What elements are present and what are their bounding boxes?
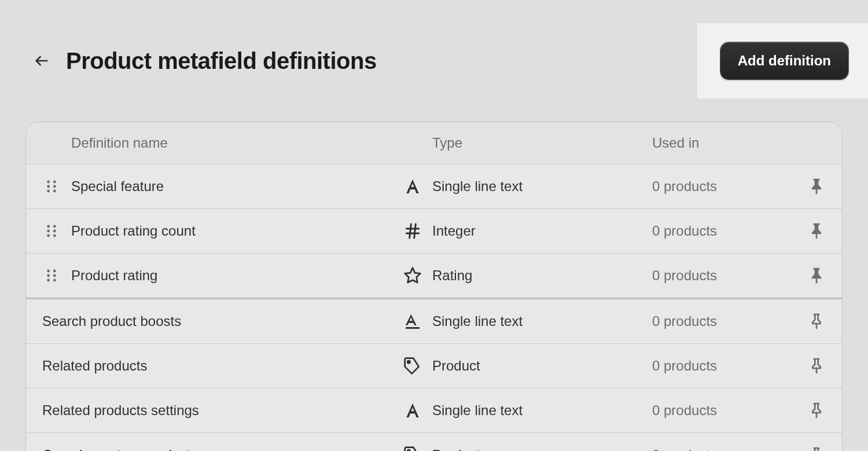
column-header-type: Type — [432, 135, 652, 151]
table-header-row: Definition name Type Used in — [26, 122, 842, 164]
pin-outline-icon[interactable] — [791, 312, 826, 331]
svg-point-26 — [407, 361, 410, 363]
definition-type: Single line text — [432, 313, 652, 329]
definition-name: Complementary products — [42, 447, 393, 451]
used-in-count: 0 products — [652, 223, 791, 239]
used-in-count: 0 products — [652, 178, 791, 195]
column-header-used-in: Used in — [652, 135, 791, 151]
letter-a-line-icon — [393, 312, 432, 331]
add-definition-button[interactable]: Add definition — [720, 42, 848, 79]
used-in-count: 0 products — [652, 447, 791, 451]
definition-type: Single line text — [432, 402, 652, 419]
svg-point-21 — [47, 279, 50, 282]
definition-name: Related products — [42, 358, 393, 374]
svg-point-2 — [53, 181, 56, 184]
pin-filled-icon[interactable] — [791, 177, 826, 196]
svg-point-10 — [53, 230, 56, 233]
star-icon — [393, 266, 432, 285]
drag-handle-icon[interactable] — [42, 177, 71, 196]
pin-outline-icon[interactable] — [791, 446, 826, 451]
definition-type: Integer — [432, 223, 652, 239]
svg-point-3 — [47, 185, 50, 188]
pin-outline-icon[interactable] — [791, 401, 826, 420]
svg-point-6 — [53, 190, 56, 193]
svg-point-11 — [47, 234, 50, 237]
used-in-count: 0 products — [652, 313, 791, 329]
tag-icon — [393, 357, 432, 375]
definition-name: Search product boosts — [42, 313, 393, 329]
svg-point-20 — [53, 274, 56, 277]
svg-point-7 — [47, 225, 50, 228]
svg-marker-23 — [405, 268, 421, 283]
svg-point-17 — [47, 270, 50, 273]
svg-point-18 — [53, 270, 56, 273]
letter-a-icon — [393, 401, 432, 420]
definition-type: Product — [432, 358, 652, 374]
svg-point-9 — [47, 230, 50, 233]
drag-handle-icon[interactable] — [42, 222, 71, 240]
svg-point-8 — [53, 225, 56, 228]
page-title: Product metafield definitions — [66, 48, 377, 74]
svg-point-19 — [47, 274, 50, 277]
definition-type: Product — [432, 447, 652, 451]
column-header-name: Definition name — [71, 135, 393, 151]
pin-filled-icon[interactable] — [791, 266, 826, 285]
definition-name: Product rating — [71, 267, 393, 284]
hash-icon — [393, 222, 432, 240]
svg-point-22 — [53, 279, 56, 282]
svg-line-15 — [410, 224, 411, 238]
used-in-count: 0 products — [652, 402, 791, 419]
table-row[interactable]: Related products settings Single line te… — [26, 388, 842, 433]
svg-point-4 — [53, 185, 56, 188]
action-bar: Add definition — [697, 23, 868, 98]
table-row[interactable]: Search product boosts Single line text0 … — [26, 299, 842, 344]
svg-point-5 — [47, 190, 50, 193]
used-in-count: 0 products — [652, 267, 791, 284]
table-row[interactable]: Product rating count Integer0 products — [26, 209, 842, 254]
tag-icon — [393, 446, 432, 451]
definitions-table: Definition name Type Used in Special fea… — [25, 122, 843, 451]
pin-outline-icon[interactable] — [791, 357, 826, 375]
svg-point-1 — [47, 181, 50, 184]
table-row[interactable]: Special feature Single line text0 produc… — [26, 164, 842, 209]
table-row[interactable]: Complementary products Product0 products — [26, 433, 842, 451]
drag-handle-icon[interactable] — [42, 266, 71, 285]
definition-type: Rating — [432, 267, 652, 284]
table-row[interactable]: Product rating Rating0 products — [26, 254, 842, 299]
definition-name: Special feature — [71, 178, 393, 195]
pin-filled-icon[interactable] — [791, 222, 826, 240]
definition-type: Single line text — [432, 178, 652, 195]
table-row[interactable]: Related products Product0 products — [26, 344, 842, 388]
svg-point-12 — [53, 234, 56, 237]
back-arrow-icon[interactable] — [34, 53, 50, 69]
svg-line-16 — [414, 224, 416, 238]
letter-a-icon — [393, 177, 432, 196]
used-in-count: 0 products — [652, 358, 791, 374]
definition-name: Product rating count — [71, 223, 393, 239]
definition-name: Related products settings — [42, 402, 393, 419]
svg-rect-24 — [406, 327, 420, 329]
